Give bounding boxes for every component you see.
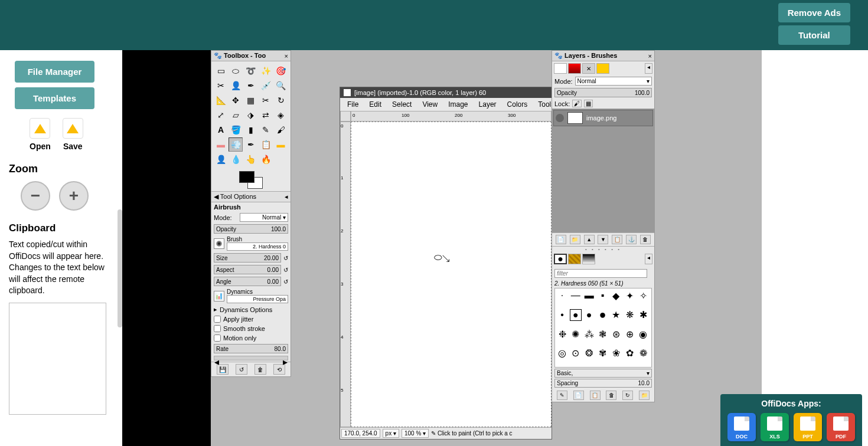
lock-pixels-icon[interactable]: 🖌: [572, 100, 582, 107]
cage-tool[interactable]: ◈: [274, 108, 288, 122]
menu-layer[interactable]: Layer: [474, 99, 501, 110]
brushes-tab-icon[interactable]: ●: [554, 254, 567, 264]
remove-ads-button[interactable]: Remove Ads: [778, 3, 850, 22]
brushes-menu-icon[interactable]: ◂: [645, 254, 652, 264]
angle-reset-icon[interactable]: ↺: [283, 278, 288, 285]
edit-brush-icon[interactable]: ✎: [557, 391, 567, 400]
menu-select[interactable]: Select: [387, 99, 416, 110]
brush-item[interactable]: ◉: [637, 328, 649, 340]
layers-tab-icon[interactable]: [554, 63, 567, 74]
color-swatches[interactable]: [239, 171, 263, 189]
text-tool[interactable]: A: [214, 123, 228, 137]
paths-tab-icon[interactable]: ✕: [582, 63, 595, 74]
ruler-horizontal[interactable]: 0 100 200 300: [351, 111, 552, 122]
brush-item[interactable]: ▪: [597, 290, 609, 301]
size-reset-icon[interactable]: ↺: [283, 255, 288, 261]
pencil-tool[interactable]: ✎: [259, 123, 273, 137]
layers-menu-icon[interactable]: ◂: [645, 63, 652, 74]
brush-item[interactable]: ✺: [570, 328, 582, 340]
paintbrush-tool[interactable]: 🖌: [274, 123, 288, 137]
dodge-tool[interactable]: 🔥: [259, 152, 273, 166]
app-xls[interactable]: XLS: [761, 413, 789, 441]
status-unit-select[interactable]: px ▾: [383, 429, 399, 438]
gradients-tab-icon[interactable]: [582, 254, 595, 264]
layer-visibility-icon[interactable]: [556, 114, 564, 122]
brush-item[interactable]: •: [556, 309, 568, 321]
measure-tool[interactable]: 📐: [214, 93, 228, 107]
aspect-reset-icon[interactable]: ↺: [283, 267, 288, 273]
heal-tool[interactable]: ▬: [274, 137, 288, 152]
layer-item[interactable]: image.png: [553, 110, 653, 126]
tool-options-menu-icon[interactable]: ◂: [285, 193, 288, 201]
patterns-tab-icon[interactable]: [568, 254, 581, 264]
foreground-select-tool[interactable]: 👤: [229, 78, 243, 93]
brush-item[interactable]: ❃: [597, 328, 609, 340]
perspective-clone-tool[interactable]: 👤: [214, 152, 228, 166]
blend-tool[interactable]: ▮: [244, 123, 258, 137]
layer-down-icon[interactable]: ▼: [598, 235, 608, 244]
smooth-stroke-checkbox[interactable]: [214, 325, 221, 332]
layer-up-icon[interactable]: ▲: [584, 235, 595, 244]
free-select-tool[interactable]: ➰: [244, 64, 258, 78]
scissors-tool[interactable]: ✂: [214, 78, 228, 93]
brush-item[interactable]: ✦: [624, 290, 635, 301]
brush-item[interactable]: ❂: [583, 347, 595, 359]
brush-item-selected[interactable]: ●: [570, 309, 582, 321]
crop-tool[interactable]: ✂: [259, 93, 273, 107]
move-tool[interactable]: ✥: [229, 93, 243, 107]
menu-edit[interactable]: Edit: [364, 99, 386, 110]
app-ppt[interactable]: PPT: [794, 413, 822, 441]
layer-group-icon[interactable]: 📁: [570, 235, 580, 244]
brush-item[interactable]: ✾: [597, 347, 609, 359]
brush-item[interactable]: ●: [583, 309, 595, 321]
apply-jitter-checkbox[interactable]: [214, 316, 221, 323]
layers-close-icon[interactable]: ×: [648, 53, 652, 60]
restore-preset-icon[interactable]: ↺: [236, 364, 247, 375]
menu-image[interactable]: Image: [443, 99, 472, 110]
ruler-vertical[interactable]: 0 1 2 3 4 5: [340, 122, 351, 427]
brush-item[interactable]: ⊕: [624, 328, 635, 340]
size-slider[interactable]: Size 20.00: [214, 253, 281, 263]
aspect-slider[interactable]: Aspect 0.00: [214, 265, 281, 274]
open-brush-folder-icon[interactable]: 📁: [639, 391, 650, 400]
templates-button[interactable]: Templates: [15, 87, 94, 109]
brush-item[interactable]: ❀: [610, 347, 622, 359]
app-pdf[interactable]: PDF: [827, 413, 855, 441]
duplicate-brush-icon[interactable]: 📋: [590, 391, 601, 400]
blur-tool[interactable]: 💧: [229, 152, 243, 166]
perspective-tool[interactable]: ⬗: [244, 108, 258, 122]
brush-item[interactable]: ★: [610, 309, 622, 321]
flip-tool[interactable]: ⇄: [259, 108, 273, 122]
zoom-out-button[interactable]: −: [21, 181, 50, 211]
brush-item[interactable]: ❋: [624, 309, 635, 321]
zoom-tool[interactable]: 🔍: [274, 78, 288, 93]
tutorial-button[interactable]: Tutorial: [778, 25, 850, 45]
color-select-tool[interactable]: 🎯: [274, 64, 288, 78]
color-picker-tool[interactable]: 💉: [259, 78, 273, 93]
brush-select[interactable]: 2. Hardness 0: [227, 242, 288, 251]
sidebar-scrollbar[interactable]: [118, 209, 122, 327]
eraser-tool[interactable]: ▬: [214, 137, 228, 152]
brush-item[interactable]: ❁: [637, 347, 649, 359]
new-brush-icon[interactable]: 📄: [573, 391, 584, 400]
delete-brush-icon[interactable]: 🗑: [606, 391, 616, 400]
bucket-fill-tool[interactable]: 🪣: [229, 123, 243, 137]
layer-opacity-slider[interactable]: Opacity 100.0: [554, 88, 652, 97]
brush-item[interactable]: ⊛: [610, 328, 622, 340]
brush-item[interactable]: —: [570, 290, 582, 301]
paths-tool[interactable]: ✒: [244, 78, 258, 93]
angle-slider[interactable]: Angle 0.00: [214, 277, 281, 286]
ruler-corner[interactable]: [340, 111, 351, 122]
brush-item[interactable]: ▬: [583, 290, 595, 301]
canvas[interactable]: ⬭↘: [351, 122, 552, 427]
menu-view[interactable]: View: [417, 99, 442, 110]
shear-tool[interactable]: ▱: [229, 108, 243, 122]
brush-item[interactable]: ✧: [637, 290, 649, 301]
ellipse-select-tool[interactable]: ⬭: [229, 64, 243, 78]
clipboard-textarea[interactable]: [9, 303, 106, 415]
brush-item[interactable]: ·: [556, 290, 568, 301]
fg-color-swatch[interactable]: [239, 171, 254, 183]
toolbox-close-icon[interactable]: ×: [285, 53, 288, 60]
motion-only-checkbox[interactable]: [214, 335, 221, 342]
brush-item[interactable]: ✱: [637, 309, 649, 321]
